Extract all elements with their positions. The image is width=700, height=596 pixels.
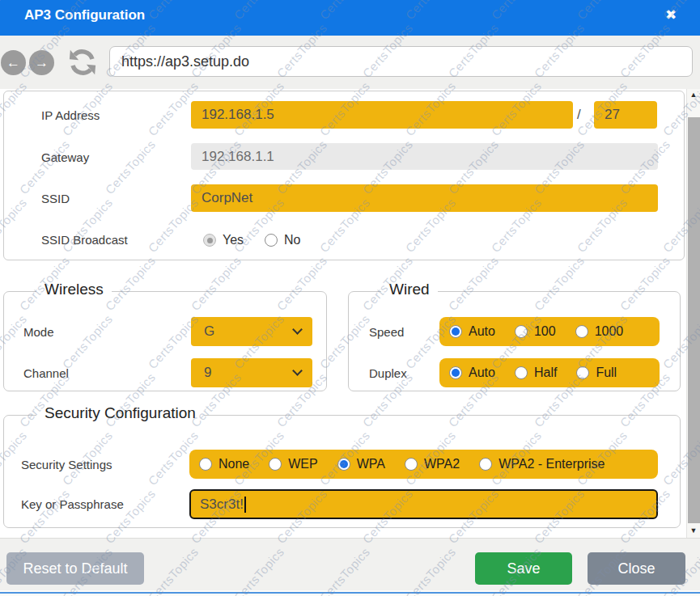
security-wpa-radio[interactable] <box>337 458 350 471</box>
radio-dot <box>407 460 415 468</box>
vertical-scrollbar[interactable]: ▲ ▼ <box>686 89 700 538</box>
text-caret <box>244 497 246 513</box>
url-input[interactable]: https://ap3.setup.do <box>109 46 693 77</box>
forward-button[interactable]: → <box>29 50 54 75</box>
ssid-broadcast-label: SSID Broadcast <box>41 233 128 247</box>
radio-dot <box>517 369 525 377</box>
security-wpa2-enterprise-radio[interactable] <box>479 458 492 471</box>
duplex-option-full[interactable]: Full <box>576 366 617 380</box>
wired-fieldset: Wired Speed Auto 100 1000 Duplex <box>348 291 681 391</box>
basic-settings-panel: IP Address 192.168.1.5 / 27 Gateway 192.… <box>3 91 685 260</box>
speed-option-100[interactable]: 100 <box>515 324 556 339</box>
mode-selected-value: G <box>204 323 214 340</box>
mode-label: Mode <box>23 325 54 339</box>
security-legend: Security Configuration <box>36 404 204 422</box>
duplex-half-radio[interactable] <box>515 366 528 379</box>
security-wpa2-radio[interactable] <box>405 458 418 471</box>
scroll-down-icon[interactable]: ▼ <box>687 525 700 536</box>
security-wep-radio[interactable] <box>269 458 282 471</box>
security-settings-label: Security Settings <box>21 458 112 471</box>
security-option-wpa2-enterprise[interactable]: WPA2 - Enterprise <box>479 457 605 471</box>
wireless-legend: Wireless <box>36 281 112 298</box>
radio-dot <box>271 460 279 468</box>
security-option-wpa[interactable]: WPA <box>337 457 385 471</box>
scrollbar-thumb[interactable] <box>688 117 700 523</box>
radio-dot <box>207 238 213 243</box>
browser-navbar: ← → https://ap3.setup.do <box>0 36 700 89</box>
reset-to-default-button[interactable]: Reset to Default <box>6 552 144 585</box>
security-wpa2-enterprise-label: WPA2 - Enterprise <box>498 457 605 471</box>
cidr-separator: / <box>577 107 581 123</box>
duplex-full-radio[interactable] <box>576 366 589 379</box>
channel-label: Channel <box>23 366 69 380</box>
radio-dot <box>452 369 460 377</box>
ip-address-label: IP Address <box>41 108 100 122</box>
dialog-content: IP Address 192.168.1.5 / 27 Gateway 192.… <box>0 89 700 538</box>
speed-100-radio[interactable] <box>515 325 528 338</box>
duplex-auto-label: Auto <box>469 366 495 380</box>
duplex-option-half[interactable]: Half <box>515 366 557 380</box>
speed-auto-radio[interactable] <box>449 325 462 338</box>
channel-select[interactable]: 9 <box>191 358 312 387</box>
speed-1000-label: 1000 <box>595 324 624 339</box>
wired-legend: Wired <box>381 281 438 298</box>
mode-select[interactable]: G <box>191 317 312 346</box>
ssid-broadcast-no-label: No <box>284 233 300 247</box>
close-icon[interactable]: ✖ <box>660 5 681 26</box>
speed-1000-radio[interactable] <box>575 325 588 338</box>
cidr-prefix-input[interactable]: 27 <box>594 101 657 129</box>
ssid-input[interactable]: CorpNet <box>191 184 658 212</box>
duplex-auto-radio[interactable] <box>449 366 462 379</box>
speed-radio-group: Auto 100 1000 <box>439 317 660 346</box>
ssid-broadcast-yes-radio[interactable] <box>203 234 216 247</box>
gateway-input: 192.168.1.1 <box>191 143 658 170</box>
ssid-broadcast-yes-label: Yes <box>223 233 244 247</box>
speed-option-1000[interactable]: 1000 <box>575 324 624 339</box>
scroll-up-icon[interactable]: ▲ <box>687 89 700 100</box>
security-wpa2-label: WPA2 <box>424 457 460 471</box>
radio-dot <box>517 328 525 336</box>
radio-dot <box>579 369 587 377</box>
dialog-title: AP3 Configuration <box>24 7 145 23</box>
back-arrow-icon: ← <box>6 55 20 71</box>
radio-dot <box>578 328 586 336</box>
duplex-half-label: Half <box>534 366 557 380</box>
radio-dot <box>202 460 210 468</box>
security-none-label: None <box>218 457 249 471</box>
wireless-fieldset: Wireless Mode G Channel 9 <box>3 291 327 391</box>
refresh-button[interactable] <box>68 48 97 77</box>
radio-dot <box>340 460 348 468</box>
security-option-wpa2[interactable]: WPA2 <box>405 457 460 471</box>
security-option-none[interactable]: None <box>199 457 249 471</box>
key-passphrase-label: Key or Passphrase <box>21 497 124 511</box>
gateway-label: Gateway <box>41 150 89 164</box>
ssid-broadcast-no-radio[interactable] <box>265 234 278 247</box>
key-passphrase-value: S3cr3t! <box>200 497 244 513</box>
save-button[interactable]: Save <box>475 552 572 585</box>
close-button[interactable]: Close <box>588 552 685 585</box>
speed-option-auto[interactable]: Auto <box>449 324 495 339</box>
radio-dot <box>482 460 490 468</box>
key-passphrase-input[interactable]: S3cr3t! <box>189 489 658 519</box>
speed-label: Speed <box>369 325 404 339</box>
duplex-option-auto[interactable]: Auto <box>449 366 495 380</box>
duplex-label: Duplex <box>369 366 407 380</box>
ssid-label: SSID <box>41 192 70 205</box>
security-settings-radio-group: None WEP WPA WPA2 WPA2 - Enterprise <box>189 450 658 479</box>
duplex-full-label: Full <box>596 366 617 380</box>
radio-dot <box>267 236 275 244</box>
security-option-wep[interactable]: WEP <box>269 457 317 471</box>
ap3-configuration-dialog: AP3 Configuration ✖ ← → https://ap3.setu… <box>0 0 700 596</box>
dialog-titlebar: AP3 Configuration ✖ <box>0 0 700 36</box>
ip-address-input[interactable]: 192.168.1.5 <box>191 101 573 129</box>
security-wpa-label: WPA <box>357 457 385 471</box>
chevron-down-icon <box>292 324 303 335</box>
back-button[interactable]: ← <box>1 50 26 75</box>
forward-arrow-icon: → <box>35 55 49 71</box>
security-fieldset: Security Configuration Security Settings… <box>3 415 681 528</box>
security-none-radio[interactable] <box>199 458 212 471</box>
speed-auto-label: Auto <box>469 324 495 339</box>
refresh-icon <box>68 48 97 77</box>
chevron-down-icon <box>292 366 303 376</box>
security-wep-label: WEP <box>288 457 317 471</box>
